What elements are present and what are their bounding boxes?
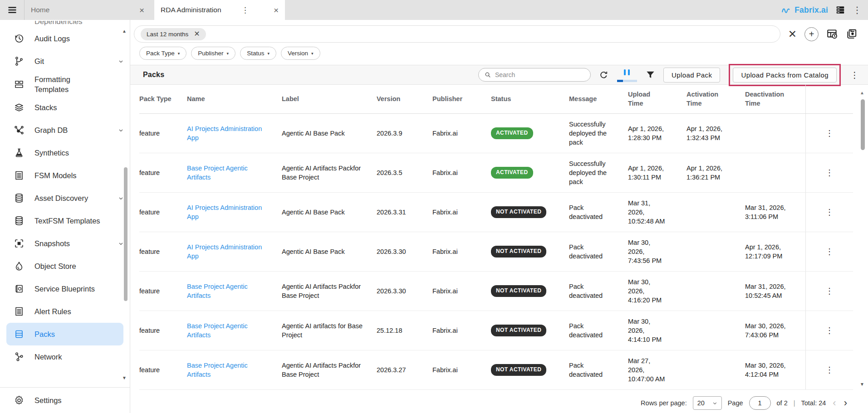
sidebar-scroll-up-icon[interactable]: ▲ bbox=[122, 29, 127, 34]
filter-chip-last-12-months[interactable]: Last 12 months ✕ bbox=[141, 28, 206, 40]
sidebar-item-formatting-templates[interactable]: Formatting Templates bbox=[0, 73, 130, 96]
chevron-down-icon[interactable] bbox=[118, 240, 124, 247]
cell-activation-time bbox=[687, 272, 745, 311]
tab-rda-menu-icon[interactable]: ⋮ bbox=[241, 6, 249, 14]
status-badge: ACTIVATED bbox=[491, 167, 533, 179]
sidebar-item-label: TextFSM Templates bbox=[34, 216, 100, 226]
filter-pill-pack-type[interactable]: Pack Type▾ bbox=[139, 47, 186, 60]
cell-message: Successfully deployed the pack bbox=[569, 153, 628, 192]
layers-icon bbox=[14, 102, 25, 113]
clear-filters-icon[interactable]: ✕ bbox=[788, 29, 797, 39]
cell-publisher: Fabrix.ai bbox=[432, 153, 491, 192]
table-scrollbar-thumb[interactable] bbox=[861, 99, 865, 150]
save-view-icon[interactable] bbox=[846, 28, 858, 40]
topbar-overflow-menu-icon[interactable]: ⋮ bbox=[853, 5, 862, 15]
tab-rda-label: RDA Administration bbox=[161, 6, 221, 14]
sidebar-item-packs[interactable]: Packs bbox=[6, 323, 123, 345]
filter-chip-label: Last 12 months bbox=[147, 31, 188, 38]
network-icon bbox=[14, 351, 25, 362]
upload-packs-from-catalog-button[interactable]: Upload Packs from Catalog bbox=[733, 68, 837, 83]
pagination-bar: Rows per page: 20 Page of 2 | Total: 24 … bbox=[130, 393, 868, 413]
sidebar-item-asset-discovery[interactable]: Asset Discovery bbox=[0, 187, 130, 209]
filter-pill-label: Version bbox=[288, 50, 308, 57]
loading-progress-bar bbox=[617, 80, 637, 82]
sidebar-item-dependencies[interactable]: Dependencies bbox=[0, 21, 130, 27]
row-actions-menu-icon[interactable]: ⋮ bbox=[825, 246, 834, 258]
row-actions-menu-icon[interactable]: ⋮ bbox=[825, 167, 834, 179]
hamburger-menu-button[interactable] bbox=[0, 0, 25, 20]
tab-rda-close-icon[interactable]: × bbox=[274, 6, 279, 15]
sidebar-settings-label: Settings bbox=[34, 395, 62, 405]
next-page-icon[interactable]: › bbox=[843, 398, 848, 408]
add-filter-button[interactable]: + bbox=[804, 27, 819, 41]
table-scroll-down-icon[interactable]: ▼ bbox=[860, 382, 864, 387]
filter-funnel-icon[interactable] bbox=[645, 70, 656, 80]
chevron-down-icon[interactable] bbox=[118, 127, 124, 134]
flame-icon bbox=[14, 261, 25, 272]
sidebar-item-network[interactable]: Network bbox=[0, 345, 130, 368]
pack-name-link[interactable]: Base Project Agentic Artifacts bbox=[187, 282, 270, 300]
table-history-icon[interactable] bbox=[826, 28, 838, 40]
sidebar-item-fsm-models[interactable]: FSM Models bbox=[0, 164, 130, 187]
column-header-activation-time: Activation Time bbox=[687, 85, 745, 113]
history-icon bbox=[14, 33, 25, 44]
pack-name-link[interactable]: Base Project Agentic Artifacts bbox=[187, 361, 270, 379]
filter-pill-publisher[interactable]: Publisher▾ bbox=[191, 47, 235, 60]
server-rack-icon[interactable] bbox=[835, 5, 845, 15]
sidebar-item-stacks[interactable]: Stacks bbox=[0, 96, 130, 119]
pack-name-link[interactable]: AI Projects Administration App bbox=[187, 243, 270, 261]
cell-pack-type: feature bbox=[139, 193, 187, 232]
filter-pill-version[interactable]: Version▾ bbox=[281, 47, 320, 60]
row-actions-menu-icon[interactable]: ⋮ bbox=[825, 364, 834, 376]
tab-rda-administration[interactable]: RDA Administration ⋮ × bbox=[154, 0, 285, 20]
rows-per-page-select[interactable]: 20 bbox=[693, 396, 722, 410]
sidebar-item-object-store[interactable]: Object Store bbox=[0, 255, 130, 277]
row-actions-menu-icon[interactable]: ⋮ bbox=[825, 325, 834, 336]
chevron-down-icon[interactable] bbox=[118, 58, 124, 65]
table-scroll-up-icon[interactable]: ▲ bbox=[860, 90, 864, 95]
sidebar-item-service-blueprints[interactable]: Service Blueprints bbox=[0, 277, 130, 300]
column-header-deactivation-time: Deactivation Time bbox=[745, 85, 805, 113]
sidebar-item-git[interactable]: Git bbox=[0, 50, 130, 73]
search-box[interactable] bbox=[478, 68, 591, 82]
sidebar-item-graph-db[interactable]: Graph DB bbox=[0, 119, 130, 141]
pack-name-link[interactable]: AI Projects Administration App bbox=[187, 124, 270, 142]
cell-actions: ⋮ bbox=[805, 193, 853, 232]
row-actions-menu-icon[interactable]: ⋮ bbox=[825, 286, 834, 297]
sidebar-item-synthetics[interactable]: Synthetics bbox=[0, 141, 130, 164]
pack-name-link[interactable]: Base Project Agentic Artifacts bbox=[187, 321, 270, 340]
sidebar-item-alert-rules[interactable]: Alert Rules bbox=[0, 300, 130, 323]
sidebar-item-settings[interactable]: Settings bbox=[0, 388, 130, 413]
pack-name-link[interactable]: Base Project Agentic Artifacts bbox=[187, 164, 270, 182]
refresh-icon[interactable] bbox=[598, 70, 609, 80]
search-input[interactable] bbox=[495, 71, 585, 78]
tab-home-close-icon[interactable]: × bbox=[139, 6, 144, 15]
sidebar-item-snapshots[interactable]: Snapshots bbox=[0, 232, 130, 255]
grid-icon bbox=[14, 79, 25, 90]
flask-icon bbox=[14, 147, 25, 158]
tab-home[interactable]: Home × bbox=[25, 0, 151, 20]
chip-remove-icon[interactable]: ✕ bbox=[194, 30, 200, 38]
cell-label: Agentic AI Artifacts Packfor Base Projec… bbox=[282, 153, 377, 192]
chevron-down-icon[interactable] bbox=[118, 195, 124, 202]
row-actions-menu-icon[interactable]: ⋮ bbox=[825, 207, 834, 218]
cell-message: Pack deactivated bbox=[569, 311, 628, 350]
total-count-label: Total: 24 bbox=[801, 399, 826, 407]
cell-activation-time bbox=[687, 350, 745, 389]
pause-refresh-button[interactable] bbox=[617, 66, 638, 83]
cell-actions: ⋮ bbox=[805, 232, 853, 271]
row-actions-menu-icon[interactable]: ⋮ bbox=[825, 128, 834, 139]
filter-pill-status[interactable]: Status▾ bbox=[240, 47, 276, 60]
cell-upload-time: Mar 31, 2026, 10:52:48 AM bbox=[628, 193, 687, 232]
previous-page-icon[interactable]: ‹ bbox=[832, 398, 837, 408]
page-number-input[interactable] bbox=[749, 396, 771, 410]
sidebar-item-textfsm-templates[interactable]: TextFSM Templates bbox=[0, 209, 130, 232]
cell-label: Agentic AI Artifacts Packfor Base Projec… bbox=[282, 272, 377, 311]
sidebar-scrollbar-thumb[interactable] bbox=[124, 167, 128, 301]
panel-overflow-menu-icon[interactable]: ⋮ bbox=[850, 70, 859, 80]
pack-name-link[interactable]: AI Projects Administration App bbox=[187, 203, 270, 221]
cell-publisher: Fabrix.ai bbox=[432, 232, 491, 271]
upload-pack-button[interactable]: Upload Pack bbox=[663, 68, 720, 83]
sidebar-item-audit-logs[interactable]: Audit Logs bbox=[0, 27, 130, 50]
sidebar-scroll-down-icon[interactable]: ▼ bbox=[122, 376, 127, 380]
